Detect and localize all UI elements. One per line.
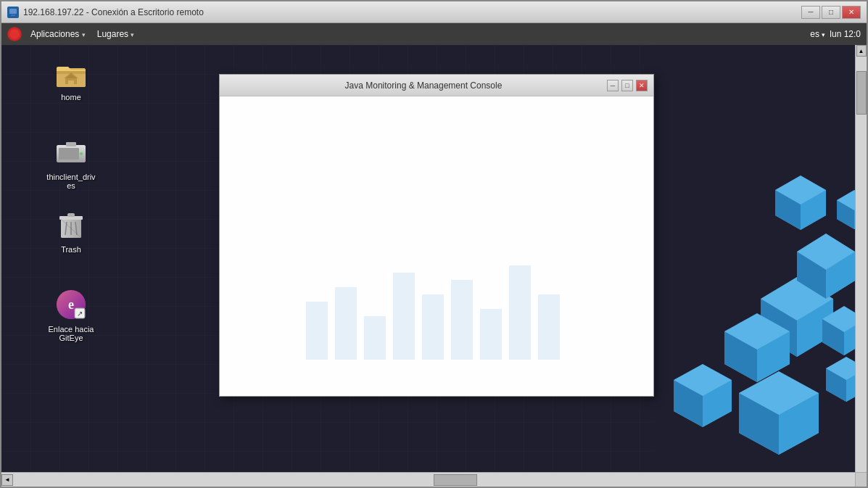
svg-point-43 <box>80 152 83 155</box>
rdp-content: Aplicaciones ▾ Lugares ▾ es ▾ lun 12:0 <box>1 23 867 487</box>
aplicaciones-arrow: ▾ <box>82 31 86 38</box>
desktop: home <box>1 45 867 487</box>
trash-icon-label: Trash <box>61 245 81 254</box>
trash-icon <box>54 207 88 242</box>
rdp-window-title: 192.168.197.22 - Conexión a Escritorio r… <box>23 7 801 17</box>
jconsole-title: Java Monitoring & Management Console <box>240 80 607 91</box>
panel-lang[interactable]: es ▾ <box>810 29 825 39</box>
desktop-icon-home[interactable]: home <box>42 52 100 104</box>
jconsole-maximize-btn[interactable]: □ <box>621 80 633 91</box>
svg-rect-57 <box>306 302 328 360</box>
rdp-minimize-btn[interactable]: ─ <box>801 6 820 19</box>
svg-rect-63 <box>480 309 502 360</box>
svg-rect-60 <box>393 273 415 360</box>
svg-rect-61 <box>422 294 444 360</box>
desktop-icon-giteye[interactable]: e ↗ Enlace hacia GitEye <box>42 284 100 345</box>
hscrollbar-left-btn[interactable]: ◄ <box>1 474 13 486</box>
svg-rect-1 <box>9 9 17 14</box>
lugares-arrow: ▾ <box>131 31 134 38</box>
gnome-panel: Aplicaciones ▾ Lugares ▾ es ▾ lun 12:0 <box>1 23 867 45</box>
thinclient-drives-label: thinclient_drives <box>45 173 97 190</box>
jconsole-minimize-btn[interactable]: ─ <box>607 80 619 91</box>
svg-rect-62 <box>451 280 473 360</box>
svg-rect-2 <box>11 15 15 16</box>
panel-right: es ▾ lun 12:0 <box>810 29 861 39</box>
gnome-logo <box>7 27 22 41</box>
scrollbar-up-btn[interactable]: ▲ <box>856 45 867 57</box>
svg-text:e: e <box>68 297 74 312</box>
panel-menu-aplicaciones[interactable]: Aplicaciones ▾ <box>25 26 91 42</box>
svg-rect-64 <box>509 265 531 360</box>
jconsole-content <box>220 96 653 396</box>
desktop-icon-thinclient-drives[interactable]: thinclient_drives <box>42 132 100 193</box>
desktop-icon-trash[interactable]: Trash <box>42 204 100 257</box>
rdp-titlebar: 192.168.197.22 - Conexión a Escritorio r… <box>1 1 867 23</box>
rdp-window: 192.168.197.22 - Conexión a Escritorio r… <box>0 0 868 488</box>
jconsole-close-btn[interactable]: ✕ <box>636 80 648 91</box>
svg-text:↗: ↗ <box>77 310 83 318</box>
giteye-label: Enlace hacia GitEye <box>45 325 97 342</box>
jconsole-window: Java Monitoring & Management Console ─ □… <box>219 74 654 397</box>
rdp-icon <box>7 7 19 18</box>
rdp-hscrollbar[interactable]: ◄ <box>1 472 855 487</box>
svg-rect-42 <box>66 142 76 146</box>
drive-icon <box>54 135 88 170</box>
svg-rect-47 <box>67 213 75 217</box>
svg-rect-58 <box>335 287 357 360</box>
hscrollbar-thumb[interactable] <box>434 474 477 486</box>
svg-rect-65 <box>538 294 560 360</box>
rdp-window-controls: ─ □ ✕ <box>801 6 861 19</box>
jconsole-titlebar: Java Monitoring & Management Console ─ □… <box>220 75 653 96</box>
rdp-maximize-btn[interactable]: □ <box>822 6 840 19</box>
svg-rect-59 <box>364 316 386 360</box>
jconsole-watermark <box>292 244 582 374</box>
svg-rect-41 <box>59 148 79 160</box>
rdp-scrollbar[interactable]: ▲ <box>855 45 867 472</box>
rdp-close-btn[interactable]: ✕ <box>842 6 861 19</box>
giteye-icon: e ↗ <box>54 287 88 322</box>
jconsole-controls: ─ □ ✕ <box>607 80 648 91</box>
scrollbar-thumb[interactable] <box>856 71 867 115</box>
home-icon-label: home <box>61 93 81 102</box>
panel-clock: lun 12:0 <box>830 29 861 39</box>
rdp-scrollbar-corner <box>855 472 867 487</box>
home-folder-icon <box>54 55 88 90</box>
panel-menu-lugares[interactable]: Lugares ▾ <box>91 26 141 42</box>
